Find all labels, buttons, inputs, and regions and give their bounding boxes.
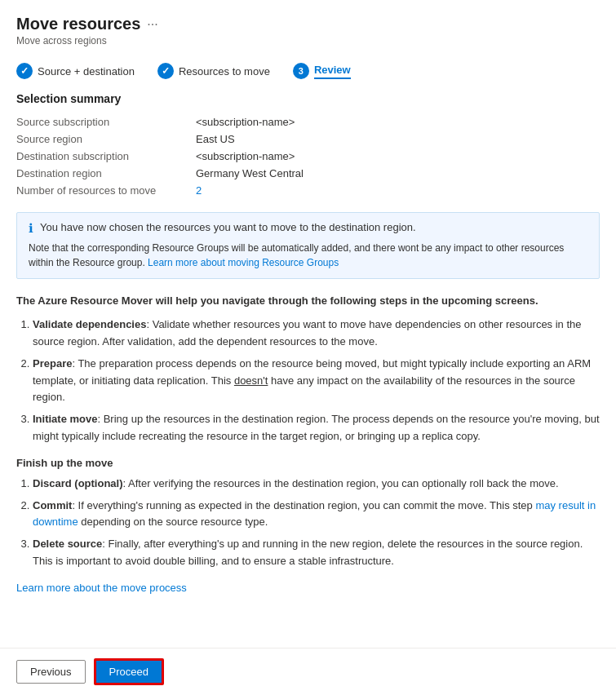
info-circle-icon: ℹ bbox=[29, 221, 33, 236]
info-note: Note that the corresponding Resource Gro… bbox=[29, 241, 587, 270]
summary-label-num-resources: Number of resources to move bbox=[16, 182, 196, 199]
step-number-review: 3 bbox=[299, 66, 304, 76]
header: Move resources ··· Move across regions bbox=[0, 0, 616, 53]
finish1-bold: Discard (optional) bbox=[33, 477, 123, 489]
step-circle-source-dest: ✓ bbox=[16, 63, 33, 79]
summary-value-source-sub: <subscription-name> bbox=[196, 113, 600, 131]
check-icon-resources: ✓ bbox=[162, 65, 170, 77]
page-title: Move resources bbox=[16, 15, 140, 33]
learn-more-resource-groups-link[interactable]: Learn more about moving Resource Groups bbox=[148, 257, 339, 268]
check-icon-source-dest: ✓ bbox=[20, 65, 29, 77]
finish-list: Discard (optional): After verifying the … bbox=[33, 476, 600, 570]
step3-bold: Initiate move bbox=[33, 413, 97, 425]
summary-table: Source subscription <subscription-name> … bbox=[16, 113, 600, 199]
list-item: Initiate move: Bring up the resources in… bbox=[33, 411, 600, 445]
footer: Previous Proceed bbox=[0, 648, 616, 695]
summary-label-source-region: Source region bbox=[16, 131, 196, 148]
step-label-source-dest: Source + destination bbox=[38, 65, 135, 77]
summary-label-dest-sub: Destination subscription bbox=[16, 148, 196, 165]
step-source-dest[interactable]: ✓ Source + destination bbox=[16, 63, 135, 79]
step-circle-review: 3 bbox=[293, 63, 309, 79]
info-box-top: ℹ You have now chosen the resources you … bbox=[29, 221, 587, 236]
step1-bold: Validate dependencies bbox=[33, 318, 146, 330]
finish2-bold: Commit bbox=[33, 499, 72, 511]
more-options-icon[interactable]: ··· bbox=[147, 17, 157, 32]
summary-section-title: Selection summary bbox=[16, 92, 600, 105]
finish2-text2: depending on the source resource type. bbox=[78, 516, 268, 528]
summary-row-source-region: Source region East US bbox=[16, 131, 600, 148]
list-item: Validate dependencies: Validate whether … bbox=[33, 317, 600, 351]
step-label-resources: Resources to move bbox=[179, 65, 270, 77]
finish1-text: : After verifying the resources in the d… bbox=[123, 477, 559, 489]
steps-bar: ✓ Source + destination ✓ Resources to mo… bbox=[0, 53, 616, 79]
finish3-bold: Delete source bbox=[33, 538, 102, 550]
summary-label-dest-region: Destination region bbox=[16, 165, 196, 182]
summary-row-num-resources: Number of resources to move 2 bbox=[16, 182, 600, 199]
step3-text: : Bring up the resources in the destinat… bbox=[33, 413, 600, 442]
previous-button[interactable]: Previous bbox=[16, 660, 86, 684]
summary-value-dest-region: Germany West Central bbox=[196, 165, 600, 182]
steps-intro: The Azure Resource Mover will help you n… bbox=[16, 294, 600, 308]
summary-row-dest-sub: Destination subscription <subscription-n… bbox=[16, 148, 600, 165]
list-item: Discard (optional): After verifying the … bbox=[33, 476, 600, 493]
finish-title: Finish up the move bbox=[16, 457, 600, 469]
page-container: Move resources ··· Move across regions ✓… bbox=[0, 0, 616, 695]
steps-list: Validate dependencies: Validate whether … bbox=[33, 317, 600, 445]
step2-bold: Prepare bbox=[33, 357, 72, 370]
learn-more-move-process-link[interactable]: Learn more about the move process bbox=[16, 582, 187, 594]
finish3-text: : Finally, after everything's up and run… bbox=[33, 538, 583, 567]
list-item: Commit: If everything's running as expec… bbox=[33, 498, 600, 532]
info-main-text: You have now chosen the resources you wa… bbox=[40, 221, 416, 233]
info-box: ℹ You have now chosen the resources you … bbox=[16, 212, 600, 279]
finish2-text: : If everything's running as expected in… bbox=[72, 499, 535, 511]
summary-label-source-sub: Source subscription bbox=[16, 113, 196, 131]
page-subtitle: Move across regions bbox=[16, 35, 600, 46]
step-label-review: Review bbox=[314, 64, 351, 79]
summary-row-dest-region: Destination region Germany West Central bbox=[16, 165, 600, 182]
step2-underline: doesn't bbox=[234, 374, 268, 387]
list-item: Prepare: The preparation process depends… bbox=[33, 356, 600, 406]
step-resources-to-move[interactable]: ✓ Resources to move bbox=[157, 63, 270, 79]
summary-row-source-sub: Source subscription <subscription-name> bbox=[16, 113, 600, 131]
main-content: Selection summary Source subscription <s… bbox=[0, 79, 616, 648]
summary-value-source-region: East US bbox=[196, 131, 600, 148]
summary-value-dest-sub: <subscription-name> bbox=[196, 148, 600, 165]
proceed-button[interactable]: Proceed bbox=[94, 658, 164, 685]
list-item: Delete source: Finally, after everything… bbox=[33, 536, 600, 570]
step-circle-resources: ✓ bbox=[157, 63, 174, 79]
summary-value-num-resources: 2 bbox=[196, 182, 600, 199]
step-review[interactable]: 3 Review bbox=[293, 63, 351, 79]
